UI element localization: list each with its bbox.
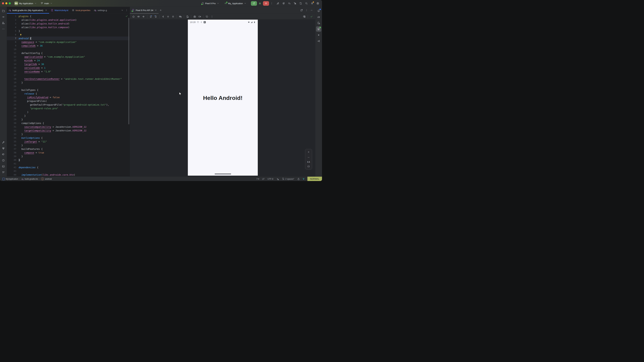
paper-plane-icon[interactable]: [316, 38, 321, 44]
unlocked-icon[interactable]: [297, 178, 300, 180]
code-line[interactable]: 33 }: [7, 132, 130, 136]
project-icon[interactable]: [1, 8, 6, 13]
code-line[interactable]: 35 jvmTarget = "11": [7, 140, 130, 143]
code-line[interactable]: 26 "proguard-rules.pro": [7, 107, 130, 110]
breadcrumb-file[interactable]: build.gradle.kts: [21, 178, 38, 180]
tab-options-icon[interactable]: [124, 8, 129, 12]
line-number[interactable]: 40: [7, 158, 18, 162]
vim-mode-badge[interactable]: NORMAL: [308, 177, 322, 181]
code-line[interactable]: 23 isMinifyEnabled = false: [7, 95, 130, 99]
line-number[interactable]: 11: [7, 51, 18, 55]
line-number[interactable]: 14: [7, 62, 18, 66]
line-number[interactable]: 16: [7, 70, 18, 73]
line-number[interactable]: 29: [7, 118, 18, 121]
code-line[interactable]: 25 getDefaultProguardFile("proguard-andr…: [7, 103, 130, 107]
line-number[interactable]: 2: [7, 18, 18, 22]
apply-code-changes-icon[interactable]: [287, 1, 292, 6]
home-icon[interactable]: [166, 14, 170, 19]
code-line[interactable]: 44 implementation(libs.androidx.core.ktx…: [7, 173, 130, 176]
line-number[interactable]: 28: [7, 114, 18, 118]
gradle-icon[interactable]: [316, 14, 321, 19]
hardware-input-icon[interactable]: [178, 14, 183, 19]
code-line[interactable]: 22 release {: [7, 92, 130, 95]
line-number[interactable]: 19: [7, 81, 18, 84]
line-number[interactable]: 35: [7, 140, 18, 143]
zoom-in-icon[interactable]: [307, 150, 310, 154]
ai-disabled-icon[interactable]: [276, 178, 279, 180]
more-options-icon[interactable]: [210, 14, 214, 19]
device-selector[interactable]: Pixel 9 Pro: [200, 1, 221, 5]
device-screen[interactable]: 10:20 A Hello Android!: [188, 19, 258, 176]
code-line[interactable]: 28 }: [7, 114, 130, 118]
app-inspection-icon[interactable]: [1, 146, 6, 151]
code-line[interactable]: 1plugins {: [7, 14, 130, 18]
line-number[interactable]: 20: [7, 84, 18, 88]
code-line[interactable]: 12 applicationId = "com.example.myapplic…: [7, 55, 130, 59]
editor-tab[interactable]: settings.g: [92, 7, 109, 13]
line-number[interactable]: 22: [7, 92, 18, 95]
power-icon[interactable]: [131, 14, 136, 19]
code-line[interactable]: 29 }: [7, 118, 130, 121]
screenshot-icon[interactable]: [192, 14, 197, 19]
more-run-actions-icon[interactable]: [270, 1, 274, 6]
build-icon[interactable]: [276, 1, 280, 6]
code-line[interactable]: 36 }: [7, 143, 130, 147]
line-number[interactable]: 30: [7, 121, 18, 125]
problems-icon[interactable]: [1, 158, 6, 163]
ideavim-icon[interactable]: V: [303, 178, 304, 180]
tab-list-chevron-icon[interactable]: [120, 8, 124, 12]
running-devices-icon[interactable]: [316, 26, 321, 32]
line-number[interactable]: 26: [7, 107, 18, 110]
notifications-icon[interactable]: [316, 8, 321, 13]
minimize-window-button[interactable]: [5, 2, 8, 4]
line-number[interactable]: 33: [7, 132, 18, 136]
line-number[interactable]: 6: [7, 33, 18, 36]
line-number[interactable]: 36: [7, 143, 18, 147]
editor-scrollbar[interactable]: [128, 18, 129, 124]
line-number[interactable]: 32: [7, 129, 18, 132]
code-line[interactable]: 15 versionCode = 1: [7, 66, 130, 70]
line-number[interactable]: 34: [7, 136, 18, 140]
code-editor[interactable]: 1plugins {2 alias(libs.plugins.android.a…: [7, 14, 130, 176]
rotate-right-icon[interactable]: [154, 14, 158, 19]
line-number[interactable]: 23: [7, 95, 18, 99]
project-widget[interactable]: MA My Application: [13, 1, 38, 6]
line-number[interactable]: 31: [7, 125, 18, 129]
caret-position-widget[interactable]: 7:9: [256, 178, 259, 180]
code-line[interactable]: 39 }: [7, 155, 130, 158]
code-line[interactable]: 42dependencies {: [7, 166, 130, 169]
code-line[interactable]: 27 ): [7, 110, 130, 114]
zoom-fit-icon[interactable]: [307, 165, 310, 168]
close-window-button[interactable]: [2, 2, 4, 4]
line-number[interactable]: 4: [7, 25, 18, 29]
code-line[interactable]: 34 kotlinOptions {: [7, 136, 130, 140]
build-icon[interactable]: [1, 140, 6, 145]
code-line[interactable]: 30 compileOptions {: [7, 121, 130, 125]
add-device-tab-icon[interactable]: [158, 8, 163, 12]
line-number[interactable]: 12: [7, 55, 18, 59]
code-line[interactable]: 24 proguardFiles(: [7, 99, 130, 103]
restart-icon[interactable]: [204, 14, 209, 19]
breadcrumb-element[interactable]: λ android: [41, 177, 52, 180]
open-in-window-icon[interactable]: [299, 8, 304, 12]
encoding-widget[interactable]: UTF-8: [268, 178, 273, 180]
line-number[interactable]: 5: [7, 29, 18, 33]
line-number[interactable]: 7: [7, 36, 18, 40]
logcat-icon[interactable]: [1, 152, 6, 157]
device-manager-icon[interactable]: [316, 20, 321, 26]
debug-bug-icon[interactable]: [258, 1, 262, 6]
code-line[interactable]: 41: [7, 162, 130, 166]
line-number[interactable]: 15: [7, 66, 18, 70]
code-line[interactable]: 38 compose = true: [7, 151, 130, 155]
line-number[interactable]: 18: [7, 77, 18, 81]
more-tool-windows-icon[interactable]: [1, 26, 6, 32]
line-number[interactable]: 21: [7, 88, 18, 92]
line-number[interactable]: 13: [7, 59, 18, 62]
search-everywhere-icon[interactable]: [304, 1, 309, 6]
close-icon[interactable]: [154, 9, 157, 11]
code-line[interactable]: 20: [7, 84, 130, 88]
code-line[interactable]: 43: [7, 169, 130, 173]
line-number[interactable]: 25: [7, 103, 18, 107]
line-number[interactable]: 9: [7, 44, 18, 48]
overview-icon[interactable]: [171, 14, 176, 19]
